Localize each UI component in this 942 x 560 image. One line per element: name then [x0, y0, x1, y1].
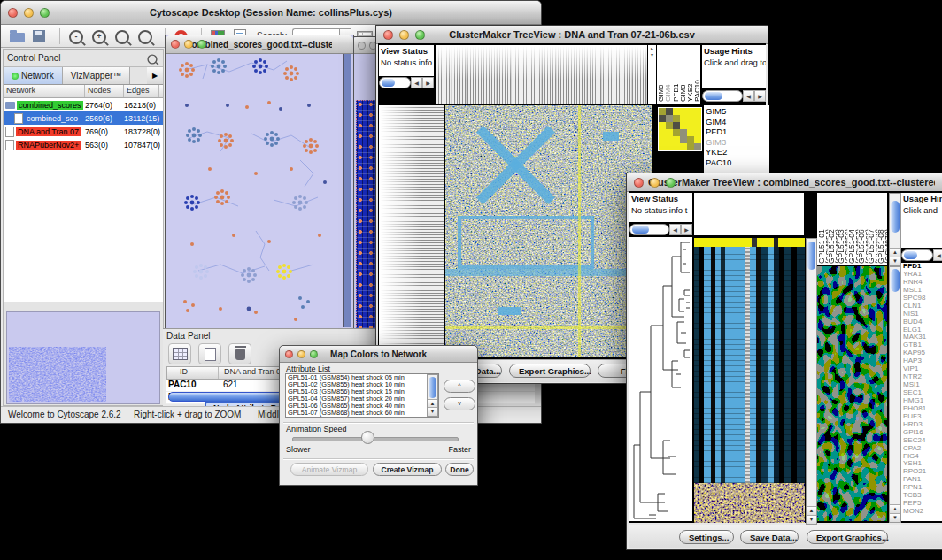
minimize-button[interactable] — [650, 178, 660, 188]
gene-label[interactable]: GIM3 — [706, 137, 768, 148]
gene-label[interactable]: PAC10 — [706, 157, 768, 168]
dialog-titlebar[interactable]: Map Colors to Network — [280, 346, 477, 363]
network-overview-thumbnail[interactable] — [6, 311, 160, 404]
done-button[interactable]: Done — [445, 463, 474, 476]
attribute-list-scrollbar[interactable]: ▲ ▼ — [427, 374, 438, 417]
view-status-scrollbar[interactable]: ◀ ▶ — [629, 224, 692, 235]
delete-attribute-icon[interactable] — [228, 343, 251, 364]
new-attribute-icon[interactable] — [198, 343, 221, 364]
treeview1-heatmap[interactable] — [445, 105, 652, 357]
attribute-list[interactable]: GPL51-01 (GSM854) heat shock 05 minGPL51… — [285, 373, 439, 418]
view-status-scrollbar[interactable]: ◀ ▶ — [379, 77, 434, 88]
zoom-selected-icon[interactable] — [138, 28, 156, 44]
open-file-icon[interactable] — [10, 28, 27, 44]
scroll-down-icon[interactable]: ▼ — [890, 513, 900, 522]
gene-vertical-scrollbar[interactable]: ▲ ▼ — [889, 266, 901, 523]
zoom-button[interactable] — [666, 178, 676, 188]
scroll-down-icon[interactable]: ▼ — [890, 257, 900, 265]
attribute-list-item[interactable]: GPL51-07 (GSM868) heat shock 60 min — [286, 410, 429, 417]
table-row[interactable]: DNA and Tran 07 769(0) 183728(0) — [4, 125, 163, 138]
minimize-button[interactable] — [297, 350, 305, 358]
save-data-button[interactable]: Save Data... — [740, 530, 799, 544]
scroll-down-icon[interactable]: ▼ — [428, 407, 437, 416]
dendrogram-mini-scrollbar[interactable]: ▸▾ — [648, 45, 656, 104]
move-up-button[interactable]: ^ — [444, 380, 475, 393]
treeview2-titlebar[interactable]: ClusterMaker TreeView : combined_scores_… — [627, 173, 942, 192]
zoom-fit-icon[interactable] — [115, 28, 133, 44]
column-dendrogram[interactable] — [436, 45, 647, 104]
network-canvas[interactable] — [167, 54, 344, 327]
heatmap-vertical-scrollbar[interactable]: ▲ ▼ — [806, 238, 817, 525]
scroll-right-icon[interactable]: ▶ — [681, 224, 692, 235]
cluster-correlation-matrix[interactable] — [658, 107, 702, 151]
close-button[interactable] — [634, 178, 644, 188]
column-dendrogram[interactable] — [694, 193, 804, 235]
tab-network[interactable]: Network — [4, 67, 63, 84]
row-dendrogram[interactable] — [379, 105, 444, 357]
minimize-button[interactable] — [399, 30, 409, 40]
scroll-left-icon[interactable]: ◀ — [933, 249, 942, 261]
speed-slider-thumb[interactable] — [361, 431, 374, 444]
save-session-icon[interactable] — [33, 28, 50, 44]
scroll-right-icon[interactable]: ▶ — [754, 90, 766, 102]
scroll-up-icon[interactable]: ▲ — [807, 506, 816, 515]
usage-hints-scrollbar[interactable]: ◀ ▶ — [901, 249, 942, 261]
scroll-up-icon[interactable]: ▲ — [890, 504, 900, 513]
treeview2-heatmap[interactable] — [694, 238, 805, 523]
cytoscape-titlebar[interactable]: Cytoscape Desktop (Session Name: collins… — [1, 1, 541, 25]
gene-label[interactable]: MON2 — [903, 508, 942, 516]
select-attributes-icon[interactable] — [168, 343, 191, 364]
attribute-list-label: Attribute List — [286, 364, 330, 373]
gene-label[interactable]: YKE2 — [706, 147, 768, 157]
minimize-button[interactable] — [184, 40, 193, 49]
gene-label[interactable]: GIM5 — [706, 106, 768, 117]
network-vertical-scrollbar[interactable] — [343, 54, 351, 327]
secondary-heatmap[interactable] — [817, 266, 887, 521]
close-button[interactable] — [383, 30, 393, 40]
create-vizmap-button[interactable]: Create Vizmap — [373, 463, 442, 476]
zoom-in-icon[interactable]: + — [92, 28, 110, 44]
zoom-button[interactable] — [415, 30, 425, 40]
close-button[interactable] — [8, 8, 18, 18]
zoom-out-icon[interactable]: - — [69, 28, 87, 44]
settings-button[interactable]: Settings... — [679, 530, 734, 544]
treeview1-titlebar[interactable]: ClusterMaker TreeView : DNA and Tran 07-… — [376, 26, 768, 44]
float-panel-icon[interactable] — [147, 54, 157, 64]
gene-label[interactable]: PFD1 — [706, 127, 768, 137]
close-button[interactable] — [358, 42, 366, 50]
zoom-button[interactable] — [310, 350, 318, 358]
scroll-left-icon[interactable]: ◀ — [669, 224, 681, 235]
export-graphics-button[interactable]: Export Graphics... — [509, 364, 591, 378]
experiment-label: GPL51-01 (GSM854) — [818, 194, 828, 264]
scroll-down-icon[interactable]: ▼ — [807, 515, 816, 524]
row-dendrogram[interactable] — [629, 237, 692, 521]
tab-overflow-arrow-icon[interactable]: ▶ — [147, 67, 163, 84]
table-row[interactable]: RNAPuberNov2+ 563(0) 107847(0) — [4, 138, 163, 151]
animate-vizmap-button[interactable]: Animate Vizmap — [290, 463, 368, 476]
faster-label: Faster — [448, 445, 471, 454]
move-down-button[interactable]: v — [444, 397, 475, 410]
scroll-left-icon[interactable]: ◀ — [743, 90, 754, 102]
scroll-right-icon[interactable]: ▶ — [422, 77, 434, 88]
scroll-up-icon[interactable]: ▲ — [890, 248, 900, 257]
zoom-button[interactable] — [197, 40, 206, 49]
treeview2-title: ClusterMaker TreeView : combined_scores_… — [648, 177, 935, 188]
zoom-button[interactable] — [40, 8, 50, 18]
minimize-button[interactable] — [24, 8, 34, 18]
scroll-left-icon[interactable]: ◀ — [411, 77, 422, 88]
close-button[interactable] — [285, 350, 293, 358]
gene-label[interactable]: GIM4 — [706, 117, 768, 127]
tab-vizmapper[interactable]: VizMapper™ — [63, 67, 131, 84]
table-row[interactable]: combined_scores 2764(0) 16218(0) — [4, 98, 163, 111]
treeview2-gene-list[interactable]: PFD1YRA1RNR4MSL1SPC98CLN1NIS1BUD4ELG1MAK… — [901, 263, 942, 521]
column-label: PFD1 — [673, 47, 680, 102]
id-column-header[interactable]: ID — [167, 367, 219, 379]
network-window-titlebar[interactable]: combined_scores_good.txt--cluste... — [166, 35, 353, 54]
close-button[interactable] — [171, 40, 180, 49]
network-icon — [12, 73, 19, 80]
labels-vertical-scrollbar[interactable]: ▲ ▼ — [889, 193, 901, 266]
speed-slider-track[interactable] — [292, 437, 459, 441]
table-row-selected[interactable]: combined_sco 2569(6) 13112(15) — [4, 111, 163, 125]
usage-hints-scrollbar[interactable]: ◀ ▶ — [702, 90, 766, 102]
export-graphics-button[interactable]: Export Graphics... — [807, 530, 888, 544]
